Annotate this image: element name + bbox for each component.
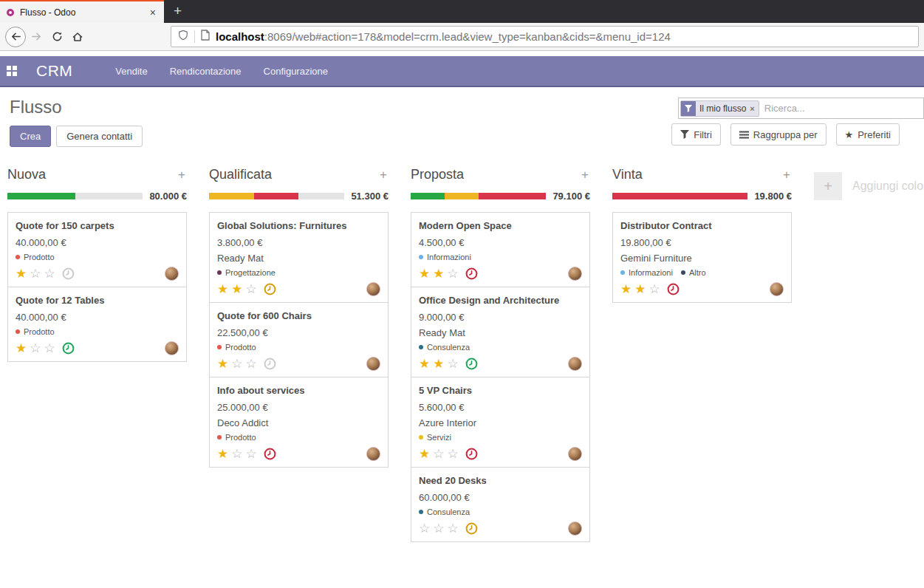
- progress-segment[interactable]: [7, 193, 75, 199]
- progress-segment[interactable]: [209, 193, 254, 199]
- kanban-card[interactable]: Office Design and Architecture 9.000,00 …: [411, 287, 590, 377]
- progress-segment[interactable]: [254, 193, 299, 199]
- priority-star-icon[interactable]: ☆: [448, 522, 459, 535]
- priority-star-icon[interactable]: ☆: [44, 342, 55, 355]
- activity-clock-icon[interactable]: [264, 283, 276, 295]
- shield-icon[interactable]: [178, 30, 188, 44]
- kanban-card[interactable]: Distributor Contract 19.800,00 € Gemini …: [612, 212, 792, 303]
- progress-segment[interactable]: [445, 193, 479, 199]
- priority-star-icon[interactable]: ☆: [231, 358, 242, 370]
- add-column-button[interactable]: +: [814, 172, 842, 200]
- create-button[interactable]: Crea: [10, 126, 51, 147]
- activity-clock-icon[interactable]: [465, 448, 478, 460]
- priority-star-icon[interactable]: ★: [433, 358, 444, 370]
- salesperson-avatar[interactable]: [568, 267, 582, 281]
- filters-button[interactable]: Filtri: [671, 123, 721, 146]
- progress-segment[interactable]: [479, 193, 547, 199]
- priority-star-icon[interactable]: ☆: [246, 358, 257, 370]
- activity-clock-icon[interactable]: [465, 522, 478, 535]
- salesperson-avatar[interactable]: [568, 522, 582, 536]
- salesperson-avatar[interactable]: [366, 282, 380, 296]
- priority-star-icon[interactable]: ☆: [433, 522, 444, 535]
- column-quick-add-icon[interactable]: +: [178, 168, 185, 182]
- column-progressbar[interactable]: [612, 193, 747, 199]
- kanban-card[interactable]: 5 VP Chairs 5.600,00 € Azure Interior Se…: [411, 377, 590, 468]
- menu-vendite[interactable]: Vendite: [115, 66, 147, 77]
- priority-star-icon[interactable]: ☆: [448, 358, 459, 370]
- activity-clock-icon[interactable]: [465, 267, 478, 280]
- column-progressbar[interactable]: [209, 193, 344, 199]
- salesperson-avatar[interactable]: [568, 447, 582, 461]
- favorites-button[interactable]: ★ Preferiti: [836, 123, 900, 146]
- tab-close-icon[interactable]: ×: [148, 7, 157, 18]
- column-quick-add-icon[interactable]: +: [581, 168, 589, 182]
- search-input[interactable]: Il mio flusso × Ricerca...: [678, 98, 924, 119]
- generate-leads-button[interactable]: Genera contatti: [56, 126, 143, 147]
- apps-menu-icon[interactable]: [7, 66, 17, 76]
- salesperson-avatar[interactable]: [770, 282, 784, 296]
- column-quick-add-icon[interactable]: +: [783, 168, 790, 182]
- activity-clock-icon[interactable]: [62, 342, 75, 355]
- kanban-card[interactable]: Quote for 12 Tables 40.000,00 € Prodotto…: [7, 287, 187, 362]
- priority-star-icon[interactable]: ★: [217, 283, 228, 295]
- progress-segment[interactable]: [411, 193, 445, 199]
- reload-icon[interactable]: [47, 27, 67, 47]
- url-bar[interactable]: localhost:8069/web#action=178&model=crm.…: [171, 26, 919, 47]
- back-icon[interactable]: [5, 27, 26, 47]
- priority-star-icon[interactable]: ★: [433, 267, 444, 280]
- groupby-button[interactable]: Raggruppa per: [730, 123, 827, 146]
- priority-star-icon[interactable]: ☆: [30, 267, 41, 280]
- kanban-card[interactable]: Quote for 150 carpets 40.000,00 € Prodot…: [7, 212, 187, 287]
- priority-star-icon[interactable]: ☆: [246, 448, 257, 460]
- kanban-card[interactable]: Global Solutions: Furnitures 3.800,00 € …: [209, 212, 389, 303]
- priority-star-icon[interactable]: ★: [620, 283, 632, 295]
- salesperson-avatar[interactable]: [568, 357, 582, 371]
- column-progressbar[interactable]: [411, 193, 546, 199]
- new-tab-button[interactable]: +: [164, 0, 191, 23]
- home-icon[interactable]: [67, 27, 88, 47]
- salesperson-avatar[interactable]: [366, 357, 380, 371]
- column-progressbar[interactable]: [7, 193, 143, 199]
- menu-configurazione[interactable]: Configurazione: [264, 66, 328, 77]
- priority-star-icon[interactable]: ★: [16, 342, 27, 355]
- browser-tab[interactable]: Flusso - Odoo ×: [0, 0, 164, 23]
- priority-star-icon[interactable]: ★: [231, 283, 242, 295]
- priority-star-icon[interactable]: ★: [419, 267, 430, 280]
- priority-star-icon[interactable]: ☆: [419, 522, 430, 535]
- page-info-icon[interactable]: [201, 30, 210, 44]
- kanban-card[interactable]: Quote for 600 Chairs 22.500,00 € Prodott…: [209, 302, 389, 377]
- activity-clock-icon[interactable]: [264, 358, 276, 370]
- priority-star-icon[interactable]: ★: [419, 448, 430, 460]
- activity-clock-icon[interactable]: [667, 283, 680, 295]
- kanban-card[interactable]: Modern Open Space 4.500,00 € Informazion…: [411, 212, 590, 287]
- priority-star-icon[interactable]: ★: [634, 283, 646, 295]
- search-facet[interactable]: Il mio flusso ×: [680, 100, 759, 117]
- priority-star-icon[interactable]: ☆: [231, 448, 242, 460]
- favorites-star-icon: ★: [845, 129, 854, 140]
- app-name[interactable]: CRM: [36, 62, 72, 80]
- kanban-card[interactable]: Need 20 Desks 60.000,00 € Consulenza ☆☆☆: [411, 467, 590, 542]
- priority-star-icon[interactable]: ☆: [246, 283, 257, 295]
- activity-clock-icon[interactable]: [465, 358, 478, 370]
- menu-rendicontazione[interactable]: Rendicontazione: [170, 66, 242, 77]
- salesperson-avatar[interactable]: [366, 447, 380, 461]
- priority-star-icon[interactable]: ☆: [30, 342, 41, 355]
- priority-star-icon[interactable]: ★: [217, 358, 228, 370]
- activity-clock-icon[interactable]: [264, 448, 276, 460]
- column-quick-add-icon[interactable]: +: [380, 168, 387, 182]
- salesperson-avatar[interactable]: [165, 341, 179, 355]
- priority-star-icon[interactable]: ★: [419, 358, 430, 370]
- priority-star-icon[interactable]: ☆: [448, 448, 459, 460]
- priority-star-icon[interactable]: ☆: [433, 448, 444, 460]
- facet-remove-icon[interactable]: ×: [750, 101, 758, 116]
- priority-star-icon[interactable]: ★: [16, 267, 27, 280]
- priority-star-icon[interactable]: ☆: [44, 267, 55, 280]
- salesperson-avatar[interactable]: [165, 267, 179, 281]
- priority-star-icon[interactable]: ★: [217, 448, 228, 460]
- priority-star-icon[interactable]: ☆: [448, 267, 459, 280]
- priority-star-icon[interactable]: ☆: [649, 283, 660, 295]
- kanban-card[interactable]: Info about services 25.000,00 € Deco Add…: [209, 377, 389, 468]
- forward-icon[interactable]: [26, 27, 47, 47]
- activity-clock-icon[interactable]: [62, 267, 75, 280]
- progress-segment[interactable]: [612, 193, 747, 199]
